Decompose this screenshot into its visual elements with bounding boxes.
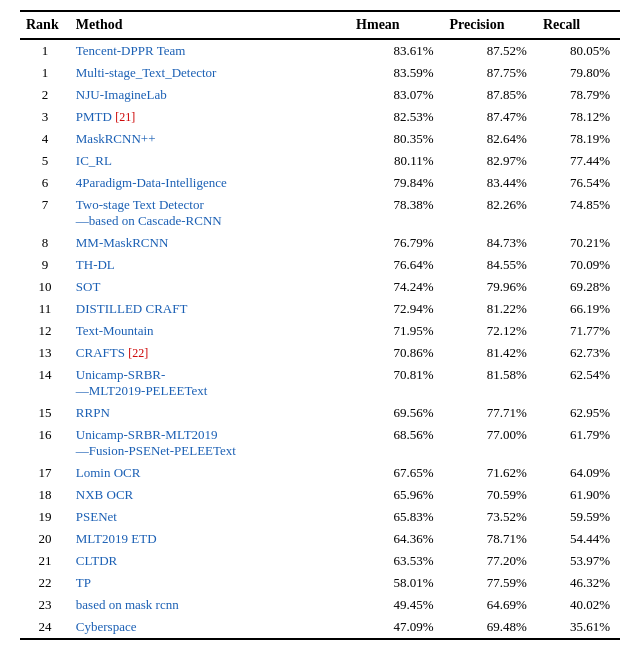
- table-row: 7Two-stage Text Detector—based on Cascad…: [20, 194, 620, 232]
- header-hmean: Hmean: [350, 11, 443, 39]
- cell-method[interactable]: Multi-stage_Text_Detector: [70, 62, 350, 84]
- cell-recall: 70.09%: [537, 254, 620, 276]
- table-row: 1Multi-stage_Text_Detector83.59%87.75%79…: [20, 62, 620, 84]
- method-link[interactable]: Unicamp-SRBR-—MLT2019-PELEEText: [76, 367, 208, 398]
- cell-method[interactable]: TH-DL: [70, 254, 350, 276]
- cell-precision: 87.52%: [444, 39, 537, 62]
- cell-precision: 64.69%: [444, 594, 537, 616]
- cell-precision: 78.71%: [444, 528, 537, 550]
- cell-recall: 54.44%: [537, 528, 620, 550]
- cell-method[interactable]: Lomin OCR: [70, 462, 350, 484]
- cell-method[interactable]: MLT2019 ETD: [70, 528, 350, 550]
- cell-method[interactable]: NJU-ImagineLab: [70, 84, 350, 106]
- cell-method[interactable]: TP: [70, 572, 350, 594]
- reference-number: [21]: [115, 110, 135, 124]
- cell-method[interactable]: CRAFTS [22]: [70, 342, 350, 364]
- cell-precision: 87.85%: [444, 84, 537, 106]
- cell-rank: 7: [20, 194, 70, 232]
- method-link[interactable]: DISTILLED CRAFT: [76, 301, 188, 316]
- method-link[interactable]: CRAFTS [22]: [76, 345, 148, 360]
- cell-method[interactable]: SOT: [70, 276, 350, 298]
- method-link[interactable]: based on mask rcnn: [76, 597, 179, 612]
- method-link[interactable]: SOT: [76, 279, 101, 294]
- cell-recall: 80.05%: [537, 39, 620, 62]
- cell-rank: 20: [20, 528, 70, 550]
- cell-precision: 84.55%: [444, 254, 537, 276]
- method-link[interactable]: TH-DL: [76, 257, 115, 272]
- method-link[interactable]: PMTD [21]: [76, 109, 135, 124]
- method-link[interactable]: Lomin OCR: [76, 465, 141, 480]
- cell-hmean: 71.95%: [350, 320, 443, 342]
- method-link[interactable]: NJU-ImagineLab: [76, 87, 167, 102]
- cell-precision: 72.12%: [444, 320, 537, 342]
- cell-rank: 10: [20, 276, 70, 298]
- table-row: 23based on mask rcnn49.45%64.69%40.02%: [20, 594, 620, 616]
- cell-hmean: 68.56%: [350, 424, 443, 462]
- cell-precision: 81.42%: [444, 342, 537, 364]
- cell-recall: 64.09%: [537, 462, 620, 484]
- method-link[interactable]: Tencent-DPPR Team: [76, 43, 186, 58]
- cell-method[interactable]: Cyberspace: [70, 616, 350, 639]
- method-link[interactable]: NXB OCR: [76, 487, 133, 502]
- cell-rank: 2: [20, 84, 70, 106]
- cell-hmean: 58.01%: [350, 572, 443, 594]
- method-link[interactable]: Text-Mountain: [76, 323, 154, 338]
- cell-rank: 23: [20, 594, 70, 616]
- cell-recall: 78.12%: [537, 106, 620, 128]
- cell-precision: 77.20%: [444, 550, 537, 572]
- cell-method[interactable]: PSENet: [70, 506, 350, 528]
- cell-method[interactable]: RRPN: [70, 402, 350, 424]
- method-link[interactable]: Unicamp-SRBR-MLT2019—Fusion-PSENet-PELEE…: [76, 427, 236, 458]
- method-link[interactable]: IC_RL: [76, 153, 112, 168]
- cell-method[interactable]: 4Paradigm-Data-Intelligence: [70, 172, 350, 194]
- cell-precision: 69.48%: [444, 616, 537, 639]
- cell-recall: 79.80%: [537, 62, 620, 84]
- cell-method[interactable]: IC_RL: [70, 150, 350, 172]
- method-link[interactable]: MaskRCNN++: [76, 131, 156, 146]
- cell-method[interactable]: Text-Mountain: [70, 320, 350, 342]
- cell-hmean: 78.38%: [350, 194, 443, 232]
- cell-method[interactable]: MM-MaskRCNN: [70, 232, 350, 254]
- method-link[interactable]: 4Paradigm-Data-Intelligence: [76, 175, 227, 190]
- cell-method[interactable]: Two-stage Text Detector—based on Cascade…: [70, 194, 350, 232]
- cell-hmean: 69.56%: [350, 402, 443, 424]
- cell-method[interactable]: Unicamp-SRBR-—MLT2019-PELEEText: [70, 364, 350, 402]
- method-link[interactable]: TP: [76, 575, 91, 590]
- cell-precision: 87.47%: [444, 106, 537, 128]
- cell-method[interactable]: CLTDR: [70, 550, 350, 572]
- method-link[interactable]: MLT2019 ETD: [76, 531, 157, 546]
- cell-precision: 77.71%: [444, 402, 537, 424]
- method-link[interactable]: MM-MaskRCNN: [76, 235, 168, 250]
- cell-method[interactable]: NXB OCR: [70, 484, 350, 506]
- cell-rank: 24: [20, 616, 70, 639]
- cell-method[interactable]: MaskRCNN++: [70, 128, 350, 150]
- cell-recall: 71.77%: [537, 320, 620, 342]
- method-link[interactable]: Cyberspace: [76, 619, 137, 634]
- method-link[interactable]: RRPN: [76, 405, 110, 420]
- cell-recall: 46.32%: [537, 572, 620, 594]
- cell-hmean: 65.96%: [350, 484, 443, 506]
- cell-recall: 66.19%: [537, 298, 620, 320]
- cell-method[interactable]: based on mask rcnn: [70, 594, 350, 616]
- cell-recall: 62.54%: [537, 364, 620, 402]
- method-link[interactable]: Two-stage Text Detector—based on Cascade…: [76, 197, 222, 228]
- cell-method[interactable]: Unicamp-SRBR-MLT2019—Fusion-PSENet-PELEE…: [70, 424, 350, 462]
- method-link[interactable]: Multi-stage_Text_Detector: [76, 65, 217, 80]
- cell-method[interactable]: DISTILLED CRAFT: [70, 298, 350, 320]
- header-rank: Rank: [20, 11, 70, 39]
- method-link[interactable]: CLTDR: [76, 553, 117, 568]
- header-recall: Recall: [537, 11, 620, 39]
- table-row: 17Lomin OCR67.65%71.62%64.09%: [20, 462, 620, 484]
- cell-hmean: 83.61%: [350, 39, 443, 62]
- table-row: 4MaskRCNN++80.35%82.64%78.19%: [20, 128, 620, 150]
- cell-rank: 11: [20, 298, 70, 320]
- cell-hmean: 67.65%: [350, 462, 443, 484]
- cell-precision: 82.97%: [444, 150, 537, 172]
- cell-method[interactable]: Tencent-DPPR Team: [70, 39, 350, 62]
- method-link[interactable]: PSENet: [76, 509, 117, 524]
- cell-rank: 12: [20, 320, 70, 342]
- cell-method[interactable]: PMTD [21]: [70, 106, 350, 128]
- cell-rank: 8: [20, 232, 70, 254]
- cell-precision: 73.52%: [444, 506, 537, 528]
- cell-rank: 6: [20, 172, 70, 194]
